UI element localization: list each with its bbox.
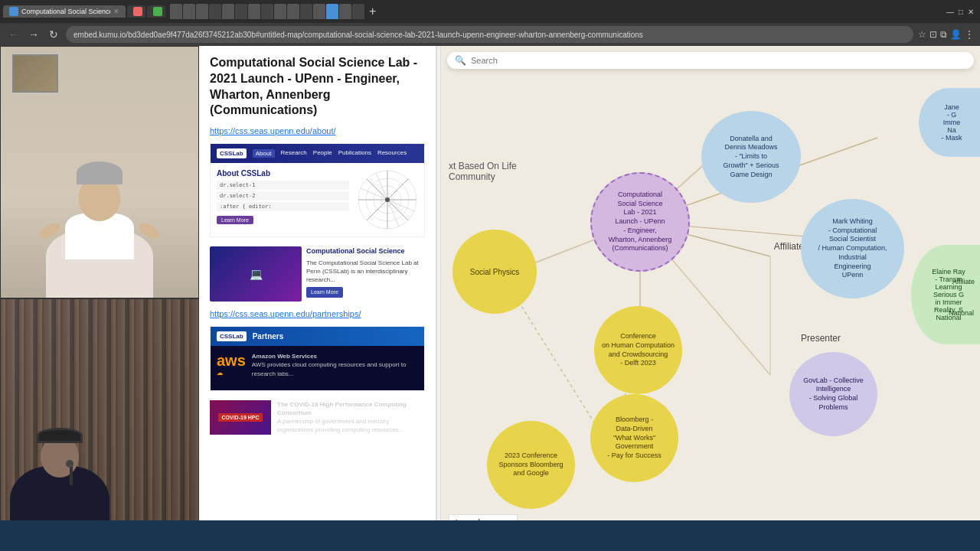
account-icon[interactable]: 👤 — [950, 29, 962, 40]
search-icon: 🔍 — [455, 55, 466, 66]
sponsors-label: 2023 ConferenceSponsors Bloombergand Goo… — [498, 452, 563, 478]
affiliate-label: Affiliate — [774, 241, 804, 252]
tab-2[interactable] — [127, 5, 145, 18]
url-text: embed.kumu.io/bd3ded0ae9f477da26f3745212… — [74, 31, 643, 39]
tab-favicon — [9, 7, 18, 16]
browser-tabs: Computational Social Science... ✕ — [0, 0, 980, 23]
webpage-content: Computational Social Science Lab - 2021 … — [199, 46, 436, 444]
aws-desc: AWS provides cloud computing resources a… — [252, 360, 418, 377]
reload-btn[interactable]: ↻ — [46, 27, 61, 42]
mini-tab[interactable] — [274, 4, 286, 19]
wall-picture — [12, 54, 58, 93]
national-text: National — [949, 309, 974, 317]
tab-group — [170, 4, 364, 19]
extension-icon[interactable]: ⧉ — [940, 29, 947, 40]
mini-tab-active[interactable] — [326, 4, 338, 19]
address-bar[interactable]: embed.kumu.io/bd3ded0ae9f477da26f3745212… — [66, 26, 913, 43]
page-title: Computational Social Science Lab - 2021 … — [210, 55, 425, 119]
jane-label: Jane- GImmeNa- Mask — [942, 103, 962, 142]
conference-node[interactable]: Conferenceon Human Computationand Crowds… — [594, 306, 682, 394]
window-controls: — □ ✕ — [946, 8, 974, 16]
mark-whiting-label: Mark Whiting- ComputationalSocial Scient… — [818, 217, 887, 280]
image-thumb: 💻 — [210, 246, 302, 302]
map-search-input[interactable] — [471, 56, 966, 65]
menu-icon[interactable]: ⋮ — [965, 29, 974, 40]
partners-link[interactable]: https://css.seas.upenn.edu/partnerships/ — [210, 309, 425, 318]
minimize-btn[interactable]: — — [946, 8, 954, 16]
learn-more-2[interactable]: Learn More — [306, 287, 343, 298]
code-3: :after { editor: — [217, 202, 349, 211]
mini-tab[interactable] — [339, 4, 351, 19]
aws-title: Amazon Web Services — [252, 353, 317, 360]
central-node[interactable]: ComputationalSocial ScienceLab - 2021Lau… — [590, 172, 690, 272]
conference-label: Conferenceon Human Computationand Crowds… — [602, 332, 675, 368]
cast-icon[interactable]: ⊡ — [929, 29, 937, 40]
elaine-node[interactable]: Elaine Ray- TransmLearningSerious Gin Im… — [911, 245, 980, 344]
star-icon[interactable]: ☆ — [918, 29, 926, 40]
image-desc: The Computational Social Science Lab at … — [306, 259, 425, 285]
aws-section: aws ☁ Amazon Web Services AWS provides c… — [217, 352, 418, 378]
image-text-area: Computational Social Science The Computa… — [306, 246, 425, 298]
video-bottom — [0, 298, 199, 551]
mini-tab[interactable] — [183, 4, 195, 19]
govlab-node[interactable]: GovLab - CollectiveIntelligence- Solving… — [789, 352, 877, 436]
meadows-node[interactable]: Donatella andDennis Meadows- "Limits toG… — [701, 111, 801, 203]
covid-desc: A partnership of government and industry… — [277, 417, 425, 434]
about-link[interactable]: https://css.seas.upenn.edu/about/ — [210, 126, 425, 135]
social-physics-node[interactable]: Social Physics — [452, 230, 537, 314]
nav-publications: Publications — [338, 149, 371, 158]
partners-title: Partners — [253, 332, 284, 341]
mini-tab[interactable] — [300, 4, 312, 19]
mini-tab[interactable] — [209, 4, 221, 19]
forward-btn[interactable]: → — [26, 27, 41, 42]
browser-toolbar: ← → ↻ embed.kumu.io/bd3ded0ae9f477da26f3… — [0, 23, 980, 46]
mini-tab[interactable] — [248, 4, 260, 19]
sponsors-node[interactable]: 2023 ConferenceSponsors Bloombergand Goo… — [487, 421, 575, 509]
mini-tab[interactable] — [352, 4, 364, 19]
mini-tab[interactable] — [287, 4, 299, 19]
nav-about[interactable]: About — [253, 149, 275, 158]
mini-tab[interactable] — [170, 4, 182, 19]
mini-tab[interactable] — [313, 4, 325, 19]
about-text-area: About CSSLab dr.select-1 dr.select-2 :af… — [217, 169, 349, 230]
image-card: 💻 Computational Social Science The Compu… — [210, 246, 425, 302]
tab-label: Computational Social Science... — [21, 8, 110, 15]
learn-more-btn[interactable]: Learn More — [217, 216, 253, 224]
csslab-header: CSSLab About Research People Publication… — [211, 144, 424, 163]
spider-viz — [354, 169, 418, 230]
central-node-label: ComputationalSocial ScienceLab - 2021Lau… — [609, 191, 672, 253]
about-content: About CSSLab dr.select-1 dr.select-2 :af… — [217, 169, 418, 230]
tab-3[interactable] — [147, 5, 165, 18]
aws-text-area: Amazon Web Services AWS provides cloud c… — [252, 352, 418, 378]
csslab-nav: About Research People Publications Resou… — [253, 149, 407, 158]
jane-node[interactable]: Jane- GImmeNa- Mask — [919, 88, 980, 157]
aws-logo: aws ☁ — [217, 352, 246, 377]
new-tab-btn[interactable]: + — [369, 5, 376, 18]
tab3-favicon — [153, 7, 162, 16]
mini-tab[interactable] — [222, 4, 234, 19]
mark-whiting-node[interactable]: Mark Whiting- ComputationalSocial Scient… — [801, 199, 904, 298]
csslab-screenshot-1: CSSLab About Research People Publication… — [210, 143, 425, 237]
tab-close-btn[interactable]: ✕ — [113, 8, 119, 15]
bloomberg-node[interactable]: Bloomberg -Data-Driven"What Works"Govern… — [590, 394, 678, 482]
mini-tab[interactable] — [196, 4, 208, 19]
life-community-label: xt Based On LifeCommunity — [449, 161, 517, 182]
person-top — [31, 191, 168, 298]
video-top — [0, 46, 199, 298]
maximize-btn[interactable]: □ — [959, 8, 963, 16]
partners-csslab-logo: CSSLab — [217, 331, 247, 341]
mini-tab[interactable] — [261, 4, 273, 19]
content-area: Computational Social Science Lab - 2021 … — [0, 46, 980, 551]
covid-section-outer: COVID-19 HPC The COVID-19 High Performan… — [210, 400, 425, 435]
close-btn[interactable]: ✕ — [968, 8, 974, 16]
browser-chrome: Computational Social Science... ✕ — [0, 0, 980, 46]
back-btn[interactable]: ← — [6, 27, 21, 42]
mini-tab[interactable] — [235, 4, 247, 19]
nav-people: People — [313, 149, 332, 158]
covid-label: COVID-19 HPC — [218, 413, 262, 422]
csslab-logo: CSSLab — [217, 148, 247, 158]
mic-head — [66, 460, 74, 468]
aws-sublabel: ☁ — [217, 370, 246, 377]
active-tab[interactable]: Computational Social Science... ✕ — [3, 5, 126, 18]
map-panel[interactable]: 🔍 xt Based On LifeCommunity Computationa… — [441, 46, 980, 551]
